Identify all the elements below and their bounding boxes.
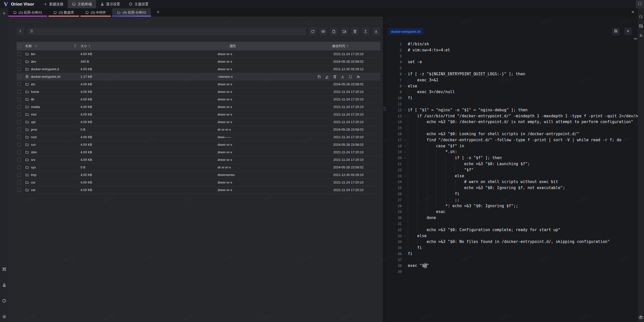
editor-file-badge[interactable]: docker-entrypoint.sh <box>388 28 423 35</box>
table-row-home[interactable]: home4.00 KBdrwxr-xr-x2021-11-24 17:20:10 <box>17 88 380 96</box>
row-checkbox[interactable] <box>17 67 21 71</box>
panel-resize-handle[interactable] <box>384 107 386 113</box>
table-row-opt[interactable]: opt4.00 KBdrwxr-xr-x2021-11-24 17:20:10 <box>17 118 380 126</box>
header-name[interactable]: 名称 <box>25 44 79 48</box>
row-checkbox[interactable] <box>17 181 21 184</box>
table-row-proc[interactable]: proc0 Bdr-xr-xr-x2024-05-28 23:58:02 <box>17 126 380 133</box>
table-row-root[interactable]: root4.00 KBdrwx------2021-11-24 17:20:10 <box>17 133 380 141</box>
nav-item-1[interactable]: 主机终端 <box>68 0 96 8</box>
fold-chevron-down-icon[interactable] <box>402 83 408 89</box>
fold-chevron-down-icon[interactable] <box>402 107 408 113</box>
fold-chevron-down-icon[interactable] <box>402 71 408 77</box>
fold-chevron-down-icon[interactable] <box>402 143 408 149</box>
table-row-usr[interactable]: usr4.00 KBdrwxr-xr-x2021-11-24 17:20:10 <box>17 179 380 186</box>
row-checkbox[interactable] <box>17 60 21 63</box>
row-checkbox[interactable] <box>17 158 21 162</box>
tab-3[interactable]: (3) 中间件 <box>80 8 111 17</box>
sidebar-plus-button[interactable] <box>2 10 7 16</box>
table-row-sys[interactable]: sys0 Bdr-xr-xr-x2024-05-28 23:58:02 <box>17 164 380 171</box>
table-row-mnt[interactable]: mnt4.00 KBdrwxr-xr-x2021-11-24 17:20:10 <box>17 111 380 118</box>
table-row-etc[interactable]: etc4.00 KBdrwxr-xr-x2024-05-28 23:58:02 <box>17 81 380 88</box>
fold-chevron-down-icon[interactable] <box>402 155 408 161</box>
row-checkbox[interactable] <box>17 75 21 79</box>
path-input[interactable] <box>35 30 303 33</box>
table-row-media[interactable]: media4.00 KBdrwxr-xr-x2021-11-24 17:20:1… <box>17 103 380 111</box>
save-button[interactable] <box>612 28 620 35</box>
row-checkbox[interactable] <box>17 97 21 101</box>
header-size[interactable]: 大小 <box>79 44 217 48</box>
upload-button[interactable] <box>362 28 369 35</box>
sidebar-command-button[interactable] <box>2 266 7 272</box>
fullscreen-button[interactable] <box>636 0 644 8</box>
header-select-all[interactable] <box>17 44 25 48</box>
eye-button[interactable] <box>319 28 327 35</box>
table-row-sbin[interactable]: sbin4.00 KBdrwxr-xr-x2021-11-24 17:20:10 <box>17 149 380 156</box>
back-button[interactable] <box>17 28 24 35</box>
fold-chevron-down-icon[interactable] <box>402 113 408 119</box>
sidebar-braces-button[interactable] <box>638 14 644 19</box>
row-action-edit[interactable] <box>325 75 329 79</box>
row-checkbox[interactable] <box>17 82 21 86</box>
row-checkbox[interactable] <box>17 188 21 192</box>
table-row-docker-entrypoint.d[interactable]: docker-entrypoint.d4.00 KBdrwxr-xr-x2021… <box>17 65 380 73</box>
table-row-srv[interactable]: srv4.00 KBdrwxr-xr-x2021-11-24 17:20:10 <box>17 156 380 164</box>
mtime-sort-icon[interactable] <box>347 45 348 48</box>
table-row-bin[interactable]: bin4.00 KBdrwxr-xr-x2021-11-24 17:20:10 <box>17 50 380 58</box>
fold-chevron-down-icon[interactable] <box>402 137 408 143</box>
name-sort-icon[interactable] <box>35 45 37 48</box>
filter-icon[interactable] <box>73 44 77 48</box>
row-action-trash[interactable] <box>333 75 337 79</box>
table-row-var[interactable]: var4.00 KBdrwxr-xr-x2021-11-24 17:20:10 <box>17 186 380 194</box>
code-editor[interactable]: 1#!/bin/sh2# vim:sw=4:ts=4:et34set -e56i… <box>386 38 638 322</box>
download-button[interactable] <box>372 28 380 35</box>
refresh-button[interactable] <box>309 28 316 35</box>
trash-button[interactable] <box>351 28 359 35</box>
fold-chevron-down-icon[interactable] <box>402 233 408 239</box>
sidebar-gear-button[interactable] <box>2 314 7 319</box>
tab-4[interactable]: (4) 应用-分析02 <box>112 8 151 17</box>
row-checkbox[interactable] <box>17 143 21 147</box>
row-action-move[interactable] <box>348 75 352 79</box>
row-checkbox[interactable] <box>17 52 21 56</box>
brand[interactable]: Orion Visor <box>0 0 39 8</box>
row-action-copy[interactable] <box>317 75 321 79</box>
row-checkbox[interactable] <box>17 128 21 131</box>
sidebar-stamp-button[interactable] <box>2 282 7 288</box>
close-panel-button[interactable] <box>629 8 636 17</box>
sidebar-card-button[interactable] <box>638 23 644 29</box>
table-row-run[interactable]: run4.00 KBdrwxr-xr-x2024-05-28 23:58:02 <box>17 141 380 149</box>
row-action-download[interactable] <box>341 75 345 79</box>
table-row-tmp[interactable]: tmp4.00 KBdrwxrwxrwx2021-12-30 03:29:10 <box>17 171 380 179</box>
row-checkbox[interactable] <box>17 135 21 139</box>
header-mtime[interactable]: 修改时间 <box>330 44 380 48</box>
folder-new-button[interactable] <box>341 28 348 35</box>
row-checkbox[interactable] <box>17 105 21 109</box>
fold-chevron-down-icon[interactable] <box>402 173 408 179</box>
sidebar-camera-button[interactable] <box>638 314 644 320</box>
nav-item-2[interactable]: 显示设置 <box>96 0 125 8</box>
row-checkbox[interactable] <box>17 113 21 116</box>
path-input-box[interactable] <box>27 28 306 35</box>
tab-1[interactable]: (1) 应用-分析01 <box>8 8 47 17</box>
table-row-lib[interactable]: lib4.00 KBdrwxr-xr-x2021-11-24 17:20:10 <box>17 96 380 103</box>
select-all-checkbox[interactable] <box>17 44 21 48</box>
size-sort-icon[interactable] <box>89 45 90 48</box>
row-checkbox[interactable] <box>17 173 21 177</box>
nav-item-0[interactable]: 新建连接 <box>39 0 68 8</box>
row-checkbox[interactable] <box>17 165 21 169</box>
table-row-docker-entrypoint.sh[interactable]: docker-entrypoint.sh1.17 KB-rwxrwxr-x <box>17 73 380 81</box>
tab-2[interactable]: (2) 数据库 <box>49 8 79 17</box>
file-new-button[interactable] <box>330 28 338 35</box>
fold-chevron-down-icon[interactable] <box>402 149 408 155</box>
add-tab-button[interactable] <box>152 8 164 17</box>
sidebar-sort-lines-button[interactable] <box>638 32 644 38</box>
sidebar-palette-button[interactable] <box>2 298 7 304</box>
row-action-users[interactable] <box>356 75 360 79</box>
nav-item-3[interactable]: 主题设置 <box>125 0 153 8</box>
row-checkbox[interactable] <box>17 90 21 94</box>
row-checkbox[interactable] <box>17 120 21 124</box>
table-row-dev[interactable]: dev340 Bdrwxr-xr-x2024-05-28 23:58:02 <box>17 58 380 65</box>
editor-close-button[interactable] <box>624 28 632 35</box>
row-checkbox[interactable] <box>17 150 21 154</box>
editor-scrollbar-thumb[interactable] <box>634 38 637 39</box>
